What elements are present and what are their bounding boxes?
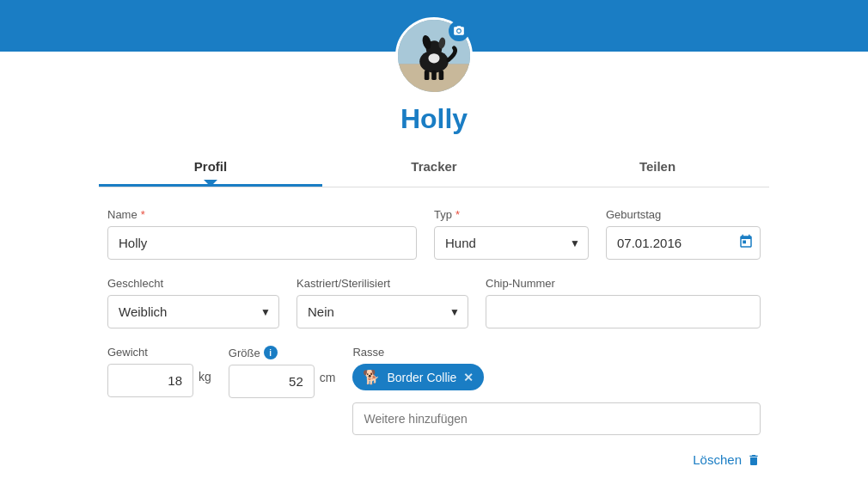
rasse-group: Rasse 🐕 Border Collie ✕ (352, 346, 761, 435)
tab-teilen[interactable]: Teilen (546, 149, 769, 187)
dog-icon: 🐕 (363, 369, 380, 385)
kastriert-select-wrapper: Nein Ja ▼ (296, 295, 468, 328)
rasse-label: Rasse (352, 346, 761, 359)
chip-input[interactable] (486, 295, 761, 328)
groesse-input-row: cm (229, 365, 336, 398)
svg-point-10 (428, 53, 439, 63)
geschlecht-select-wrapper: Weiblich Männlich ▼ (107, 295, 279, 328)
avatar-wrapper (395, 17, 473, 95)
name-label: Name * (107, 208, 417, 221)
profile-name: Holly (400, 103, 468, 135)
geschlecht-label: Geschlecht (107, 277, 279, 290)
gewicht-input-row: kg (107, 364, 211, 397)
chip-group: Chip-Nummer (486, 277, 761, 328)
typ-group: Typ * Hund Katze Vogel ▼ (434, 208, 589, 260)
geburtstag-label: Geburtstag (606, 208, 761, 221)
chip-label: Chip-Nummer (486, 277, 761, 290)
gewicht-input[interactable] (107, 364, 193, 397)
camera-badge[interactable] (449, 21, 469, 41)
groesse-unit: cm (320, 371, 336, 393)
date-input-wrapper (606, 226, 761, 260)
geburtstag-input[interactable] (606, 226, 761, 260)
geburtstag-group: Geburtstag (606, 208, 761, 260)
groesse-info-icon[interactable]: i (264, 346, 278, 359)
typ-select[interactable]: Hund Katze Vogel (434, 226, 589, 260)
profile-section: Holly Profil Tracker Teilen Name * (99, 52, 769, 467)
svg-rect-7 (425, 71, 430, 80)
delete-section: Löschen (107, 452, 761, 467)
tabs-bar: Profil Tracker Teilen (99, 149, 769, 187)
tab-active-indicator (204, 180, 217, 187)
rasse-add-input[interactable] (352, 402, 761, 435)
name-input[interactable] (107, 226, 417, 260)
delete-button[interactable]: Löschen (693, 452, 761, 467)
rasse-tags-container: 🐕 Border Collie ✕ (352, 364, 761, 390)
typ-select-wrapper: Hund Katze Vogel ▼ (434, 226, 589, 260)
tab-profil[interactable]: Profil (99, 149, 322, 187)
calendar-icon[interactable] (738, 234, 754, 253)
gewicht-unit: kg (199, 370, 211, 392)
kastriert-label: Kastriert/Sterilisiert (296, 277, 468, 290)
typ-label: Typ * (434, 208, 589, 221)
kastriert-group: Kastriert/Sterilisiert Nein Ja ▼ (296, 277, 468, 328)
trash-icon (747, 453, 761, 467)
rasse-tag-border-collie: 🐕 Border Collie ✕ (352, 364, 484, 390)
profile-form: Name * Typ * Hund Katze Vogel (99, 208, 769, 467)
svg-rect-9 (439, 71, 444, 80)
form-row-3: Gewicht kg Größe i cm (107, 346, 761, 435)
name-group: Name * (107, 208, 417, 260)
gewicht-label: Gewicht (107, 346, 211, 359)
remove-rasse-tag[interactable]: ✕ (463, 371, 474, 384)
geschlecht-group: Geschlecht Weiblich Männlich ▼ (107, 277, 279, 328)
geschlecht-select[interactable]: Weiblich Männlich (107, 295, 279, 328)
groesse-input[interactable] (229, 365, 315, 398)
typ-required-star: * (455, 208, 460, 221)
name-required-star: * (141, 208, 145, 221)
kastriert-select[interactable]: Nein Ja (296, 295, 468, 328)
gewicht-group: Gewicht kg (107, 346, 211, 397)
tab-tracker[interactable]: Tracker (322, 149, 546, 187)
groesse-label: Größe i (229, 346, 336, 359)
rasse-tag-label: Border Collie (387, 371, 456, 384)
groesse-group: Größe i cm (229, 346, 336, 398)
form-row-1: Name * Typ * Hund Katze Vogel (107, 208, 761, 260)
form-row-2: Geschlecht Weiblich Männlich ▼ Kastriert… (107, 277, 761, 328)
svg-rect-8 (431, 71, 437, 80)
